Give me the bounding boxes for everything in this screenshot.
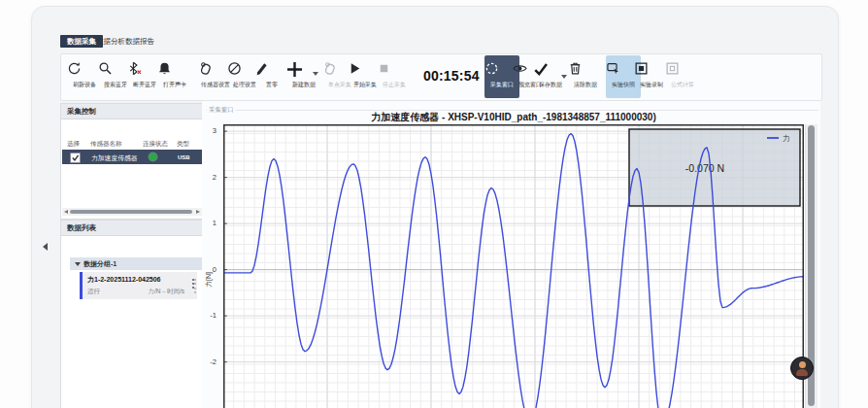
scroll-right-icon[interactable] [196,210,200,214]
clear-data-button[interactable]: 清除数据 [568,55,603,98]
splitter-grip[interactable] [193,276,196,293]
data-list-panel: 数据列表 数据分组-1 力1-2-20251112-042506 运行 力/N－… [60,220,204,408]
y-tick-label: -1 [200,311,217,320]
waveform-chart[interactable]: -0.070 N力 [223,124,804,408]
record-icon [634,61,669,81]
refresh-icon [67,61,102,81]
selection-value: -0.070 N [685,162,724,174]
stop-collect-button[interactable]: 停止采集 [377,55,412,98]
collect-control-panel: 采集控制 选择 传感器名称 连接状态 类型 力加速度传感器 USB [60,103,204,220]
data-item-axes: 力/N－时间/s [148,288,184,296]
col-sensor-name: 传感器名称 [90,140,122,149]
sensor-row[interactable]: 力加速度传感器 USB [62,150,202,164]
stop-icon [377,61,412,81]
marker-pen-icon [254,61,289,81]
refresh-device-button[interactable]: 刷新设备 [67,55,102,98]
col-conn-status: 连接状态 [143,140,168,149]
data-item[interactable]: 力1-2-20251112-042506 运行 力/N－时间/s [80,272,197,299]
open-soundcard-button[interactable]: 打开声卡 [157,55,192,98]
data-list-title: 数据列表 [61,221,203,236]
zero-button[interactable]: 置零 [254,55,289,98]
sensor-name: 力加速度传感器 [91,153,138,163]
elapsed-timer: 00:15:54 [423,68,482,84]
person-icon [799,361,806,368]
y-tick-label: -2 [200,357,217,366]
app-window: 数据采集 数据分析 数据报告 刷新设备 搜索蓝牙 断开蓝牙 打开声卡 传感器设置… [0,0,868,408]
experiment-record-button[interactable]: 实验录制 [634,55,669,98]
expand-triangle-icon [75,262,81,266]
col-type: 类型 [177,140,189,149]
y-axis-label: 力[N] [204,259,214,300]
y-tick-label: 1 [200,219,217,227]
new-data-dropdown-caret[interactable] [313,72,318,76]
horizontal-scrollbar[interactable] [62,208,202,216]
new-data-button[interactable]: 新建数据 [286,55,321,98]
scroll-left-icon[interactable] [64,210,68,214]
bell-icon [157,61,192,81]
data-item-status: 运行 [87,288,100,296]
data-group-row[interactable]: 数据分组-1 [70,257,210,270]
legend-label: 力 [783,134,790,143]
item-accent-bar [80,272,83,299]
tab-data-report[interactable]: 数据报告 [118,35,161,48]
hscroll-thumb[interactable] [70,210,192,214]
sensor-type: USB [178,154,190,160]
sensor-checkbox[interactable] [70,153,81,163]
collapse-panel-icon[interactable] [43,243,48,251]
y-tick-label: 3 [200,126,217,135]
col-select: 选择 [67,140,80,149]
formula-icon [665,61,700,81]
status-dot [150,153,156,160]
trash-icon [568,61,603,81]
assistant-avatar-button[interactable] [790,357,814,380]
collect-control-title: 采集控制 [61,104,203,119]
chart-title: 力加速度传感器 - XHSP-V10HID_path_-1981348857_1… [223,111,804,124]
plus-icon [286,61,321,81]
y-tick-label: 2 [200,173,217,182]
formula-calc-button[interactable]: 公式计算 [665,55,700,98]
save-data-dropdown-caret[interactable] [561,75,567,79]
data-item-title: 力1-2-20251112-042506 [87,275,161,285]
